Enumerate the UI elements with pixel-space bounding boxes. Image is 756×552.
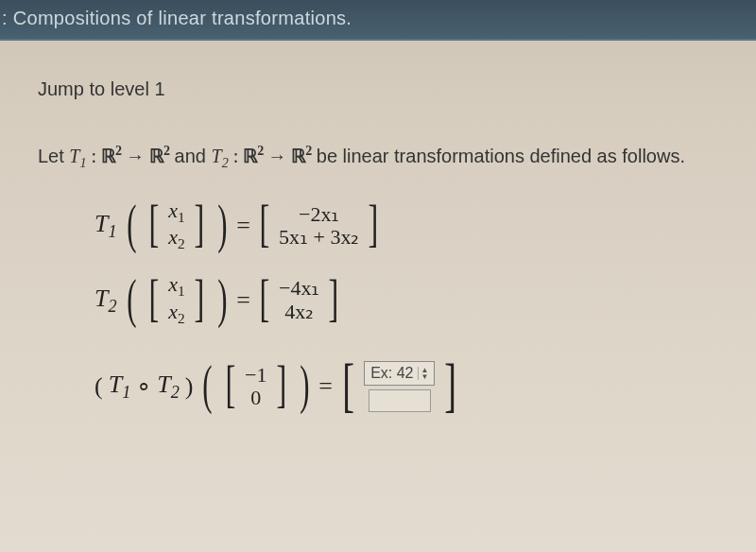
problem-intro: Let T1 : ℝ2 → ℝ2 and T2 : ℝ2 → ℝ2 be lin… (38, 144, 728, 171)
equation-t1: T1 ( [ x1 x2 ] ) = [ −2x₁ 5x₁ + 3x₂ ] (94, 199, 728, 253)
equals: = (318, 372, 333, 401)
number-stepper-icon[interactable]: ▲▼ (418, 367, 429, 380)
lparen-icon: ( (127, 276, 136, 321)
answer-placeholder: Ex: 42 (370, 365, 413, 382)
lparen-icon: ( (203, 362, 213, 407)
rparen-icon: ) (300, 362, 309, 407)
lbracket-icon: [ (342, 357, 354, 412)
jump-label: Jump to level 1 (38, 78, 165, 99)
rbracket-icon: ] (369, 201, 379, 247)
colon1: : (86, 146, 101, 166)
answer-input-top[interactable]: Ex: 42 ▲▼ (364, 361, 435, 386)
T2-symbol: T2 (212, 146, 229, 166)
answer-column: Ex: 42 ▲▼ (364, 361, 435, 412)
lbracket-icon: [ (149, 201, 160, 247)
eq2-T: T2 (94, 285, 117, 317)
page-header: : Compositions of linear transformations… (0, 0, 756, 41)
eq1-output-vector: −2x₁ 5x₁ + 3x₂ (279, 203, 359, 249)
R3: ℝ2 (243, 146, 263, 166)
jump-to-level[interactable]: Jump to level 1 (38, 78, 728, 100)
equation-composition: ( T1 ∘ T2 ) ( [ −1 0 ] ) = [ Ex: 42 ▲▼ (94, 359, 728, 414)
lparen-icon: ( (127, 201, 136, 247)
colon2: : (229, 146, 244, 166)
open-paren: ( (94, 372, 103, 401)
T1-symbol: T1 (69, 146, 86, 166)
arrow1: → (121, 146, 149, 166)
R4: ℝ2 (291, 146, 311, 166)
rparen-icon: ) (217, 201, 227, 247)
rparen-icon: ) (217, 276, 227, 321)
lbracket-icon: [ (260, 276, 270, 321)
intro-suffix: be linear transformations defined as fol… (311, 146, 685, 166)
rbracket-icon: ] (276, 362, 286, 407)
lbracket-icon: [ (149, 276, 160, 321)
lbracket-icon: [ (226, 362, 236, 407)
header-title: : Compositions of linear transformations… (2, 8, 352, 28)
R1: ℝ2 (101, 146, 121, 166)
rbracket-icon: ] (194, 276, 204, 321)
and-text: and (169, 146, 211, 166)
rbracket-icon: ] (329, 276, 339, 321)
circ-symbol: ∘ (136, 371, 151, 401)
arrow2: → (263, 146, 291, 166)
close-paren: ) (185, 372, 194, 401)
comp-T2: T2 (157, 371, 180, 403)
eq1-input-vector: x1 x2 (168, 199, 184, 253)
eq2-output-vector: −4x₁ 4x₂ (279, 277, 319, 322)
rbracket-icon: ] (194, 201, 204, 247)
equals: = (236, 212, 250, 240)
comp-T1: T1 (109, 371, 131, 403)
eq3-input-vector: −1 0 (245, 364, 266, 409)
answer-input-bottom[interactable] (369, 389, 431, 412)
intro-prefix: Let (38, 146, 69, 166)
R2: ℝ2 (149, 146, 169, 166)
content-area: Jump to level 1 Let T1 : ℝ2 → ℝ2 and T2 … (0, 41, 756, 454)
eq2-input-vector: x1 x2 (168, 273, 184, 327)
equation-t2: T2 ( [ x1 x2 ] ) = [ −4x₁ 4x₂ ] (94, 273, 728, 327)
eq1-T: T1 (94, 210, 117, 242)
lbracket-icon: [ (260, 201, 270, 247)
equals: = (236, 286, 250, 315)
rbracket-icon: ] (445, 357, 457, 412)
